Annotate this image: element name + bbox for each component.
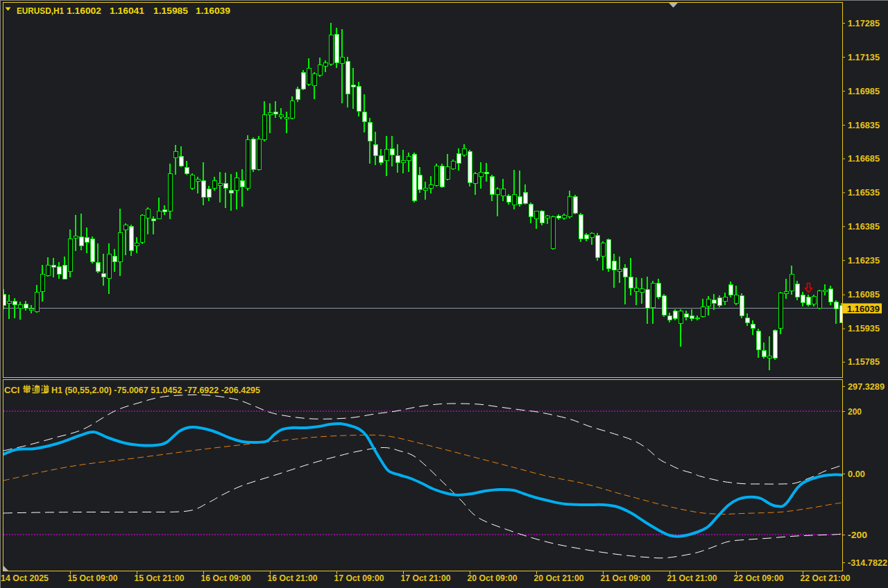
svg-text:15 Oct 09:00: 15 Oct 09:00 (68, 573, 118, 583)
svg-text:-314.7822: -314.7822 (848, 557, 887, 568)
svg-text:297.3289: 297.3289 (848, 381, 885, 392)
svg-text:17 Oct 21:00: 17 Oct 21:00 (401, 573, 451, 583)
svg-text:17 Oct 09:00: 17 Oct 09:00 (334, 573, 384, 583)
svg-text:CCI: CCI (4, 385, 19, 395)
svg-text:20 Oct 21:00: 20 Oct 21:00 (534, 573, 584, 583)
svg-text:22 Oct 21:00: 22 Oct 21:00 (801, 573, 851, 583)
svg-text:1.16039: 1.16039 (196, 6, 230, 16)
svg-text:1.16685: 1.16685 (848, 153, 880, 164)
svg-text:1.16985: 1.16985 (848, 86, 880, 96)
svg-text:1.15985: 1.15985 (153, 6, 188, 16)
svg-text:20 Oct 09:00: 20 Oct 09:00 (468, 573, 518, 583)
svg-text:1.17135: 1.17135 (848, 52, 880, 62)
svg-text:1.16235: 1.16235 (848, 255, 880, 266)
svg-text:1.16039: 1.16039 (847, 304, 880, 314)
svg-text:1.15935: 1.15935 (848, 323, 880, 334)
svg-text:1.16385: 1.16385 (848, 221, 880, 232)
svg-text:1.15785: 1.15785 (848, 356, 880, 367)
svg-text:1.17285: 1.17285 (848, 18, 880, 28)
svg-text:1.16535: 1.16535 (848, 187, 880, 198)
svg-text:22 Oct 09:00: 22 Oct 09:00 (734, 573, 784, 583)
svg-text:1.16002: 1.16002 (67, 6, 101, 16)
svg-text:-200: -200 (848, 530, 867, 540)
svg-text:14 Oct 2025: 14 Oct 2025 (1, 573, 49, 583)
svg-text:21 Oct 09:00: 21 Oct 09:00 (601, 573, 651, 583)
svg-text:1.16041: 1.16041 (110, 6, 144, 16)
svg-text:1.16835: 1.16835 (848, 120, 880, 130)
svg-text:EURUSD,H1: EURUSD,H1 (17, 6, 64, 16)
svg-text:16 Oct 21:00: 16 Oct 21:00 (268, 573, 318, 583)
svg-text:200: 200 (848, 406, 862, 417)
svg-text:21 Oct 21:00: 21 Oct 21:00 (667, 573, 717, 583)
svg-text:0.00: 0.00 (848, 469, 865, 479)
svg-text:16 Oct 09:00: 16 Oct 09:00 (201, 573, 251, 583)
svg-text:15 Oct 21:00: 15 Oct 21:00 (135, 573, 185, 583)
svg-text:1.16085: 1.16085 (848, 289, 880, 300)
svg-text:H1 (50,55,2.00) -75.0067 51.04: H1 (50,55,2.00) -75.0067 51.0452 -77.692… (51, 385, 260, 395)
